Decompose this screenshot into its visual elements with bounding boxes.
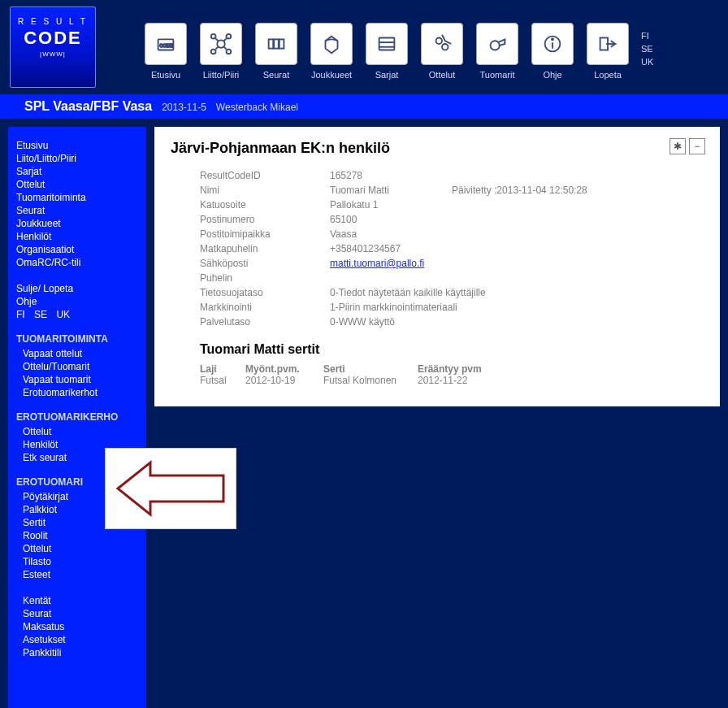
col-laji: Laji <box>200 363 240 375</box>
page-title: Järvi-Pohjanmaan EK:n henkilö <box>171 140 704 157</box>
svg-rect-11 <box>269 39 274 48</box>
sidebar-item[interactable]: Organisaatiot <box>16 244 138 255</box>
nav-liitto[interactable]: Liitto/Piiri <box>196 23 246 80</box>
header: R E S U L T CODE |WWW| CODE Etusivu Liit… <box>0 0 728 88</box>
logo-line1: R E S U L T <box>11 17 95 26</box>
label: ResultCodeID <box>200 170 330 181</box>
nav-ottelut[interactable]: Ottelut <box>417 23 467 80</box>
nav-ohje[interactable]: Ohje <box>527 23 578 80</box>
clubs-icon <box>255 23 297 65</box>
value: 1-Piirin markkinointimateriaali <box>330 302 704 313</box>
svg-line-7 <box>215 38 219 41</box>
exit-icon <box>587 23 629 65</box>
matches-icon <box>421 23 463 65</box>
svg-line-8 <box>223 38 227 41</box>
lang-se[interactable]: SE <box>641 42 653 55</box>
lang-uk[interactable]: UK <box>641 55 653 68</box>
sidebar-item[interactable]: Tilasto <box>16 556 138 567</box>
svg-line-10 <box>223 46 227 50</box>
svg-text:CODE: CODE <box>160 43 173 48</box>
lang-uk[interactable]: UK <box>56 309 70 320</box>
sidebar-item[interactable]: Vapaat tuomarit <box>16 374 138 385</box>
sidebar-item[interactable]: Etusivu <box>16 140 138 151</box>
label: Palvelutaso <box>200 316 330 328</box>
whistle-icon <box>476 23 518 65</box>
label: Tietosuojataso <box>200 287 330 298</box>
nav-etusivu[interactable]: CODE Etusivu <box>141 23 191 80</box>
sidebar-item[interactable]: Sulje/ Lopeta <box>16 283 138 294</box>
sidebar-item[interactable]: Sarjat <box>16 166 138 177</box>
value: +358401234567 <box>330 243 452 254</box>
email-link[interactable]: matti.tuomari@pallo.fi <box>330 258 424 269</box>
cert-row: Futsal 2012-10-19 Futsal Kolmonen 2012-1… <box>200 375 704 386</box>
sidebar-item[interactable]: Erotuomarikerhot <box>16 387 138 398</box>
language-switch-top: FI SE UK <box>641 29 653 68</box>
value <box>330 272 452 284</box>
nav-lopeta[interactable]: Lopeta <box>583 23 633 80</box>
logo-line3: |WWW| <box>11 50 95 58</box>
sidebar-item[interactable]: Ottelu/Tuomarit <box>16 361 138 372</box>
sidebar-item[interactable]: Seurat <box>16 205 138 216</box>
sidebar-item[interactable]: Kentät <box>16 595 138 606</box>
nav-tuomarit[interactable]: Tuomarit <box>472 23 522 80</box>
sidebar-heading: EROTUOMARIKERHO <box>16 411 138 423</box>
logo-line2: CODE <box>11 28 95 49</box>
svg-marker-25 <box>118 463 223 515</box>
sidebar-item[interactable]: Henkilöt <box>16 231 138 242</box>
sidebar-item[interactable]: OmaRC/RC-tili <box>16 257 138 268</box>
series-icon <box>366 23 408 65</box>
value: Pallokatu 1 <box>330 199 452 211</box>
detail-grid: ResultCodeID 165278 Nimi Tuomari Matti P… <box>200 170 704 328</box>
sidebar-item[interactable]: Maksatus <box>16 621 138 632</box>
svg-rect-12 <box>274 39 279 48</box>
panel-tools: ✱ − <box>670 138 705 154</box>
sidebar-item[interactable]: Seurat <box>16 608 138 619</box>
sidebar-item[interactable]: Ottelut <box>16 179 138 190</box>
lang-fi[interactable]: FI <box>641 29 653 42</box>
sidebar-item[interactable]: Ohje <box>16 296 138 307</box>
sidebar-item[interactable]: Pankkitili <box>16 647 138 658</box>
sidebar-item[interactable]: Ottelut <box>16 543 138 554</box>
cell: 2012-10-19 <box>245 375 318 386</box>
nav-sarjat[interactable]: Sarjat <box>362 23 412 80</box>
sidebar: Etusivu Liito/Liitto/Piiri Sarjat Ottelu… <box>8 127 146 708</box>
sidebar-item[interactable]: Tuomaritoiminta <box>16 192 138 203</box>
sidebar-item[interactable]: Joukkueet <box>16 218 138 229</box>
sidebar-item[interactable]: Vapaat ottelut <box>16 348 138 359</box>
value: 165278 <box>330 170 452 181</box>
content-panel: ✱ − Järvi-Pohjanmaan EK:n henkilö Result… <box>154 127 720 406</box>
svg-point-5 <box>211 50 216 54</box>
nav-seurat[interactable]: Seurat <box>251 23 301 80</box>
collapse-icon[interactable]: − <box>689 138 705 154</box>
value: Vaasa <box>330 228 452 240</box>
lang-se[interactable]: SE <box>34 309 47 320</box>
settings-icon[interactable]: ✱ <box>670 138 686 154</box>
label: Katuosoite <box>200 199 330 211</box>
annotation-arrow <box>106 449 236 528</box>
cert-header: Laji Myönt.pvm. Serti Erääntyy pvm <box>200 363 704 375</box>
col-serti: Serti <box>323 363 413 375</box>
logo: R E S U L T CODE |WWW| <box>10 7 96 88</box>
label: Postitoimipaikka <box>200 228 330 240</box>
svg-point-18 <box>442 44 448 50</box>
lang-fi[interactable]: FI <box>16 309 25 320</box>
sidebar-item[interactable]: Esteet <box>16 569 138 580</box>
sidebar-item[interactable]: Asetukset <box>16 634 138 645</box>
svg-line-9 <box>215 46 219 50</box>
label: Sähköposti <box>200 258 330 269</box>
svg-rect-13 <box>280 39 284 48</box>
sidebar-item[interactable]: Ottelut <box>16 426 138 437</box>
title-bar: SPL Vaasa/FBF Vasa 2013-11-5 Westerback … <box>0 94 728 119</box>
org-title: SPL Vaasa/FBF Vasa <box>24 99 152 114</box>
org-icon <box>200 23 242 65</box>
value: Tuomari Matti <box>330 185 452 196</box>
sidebar-item[interactable]: Liito/Liitto/Piiri <box>16 153 138 164</box>
cell: 2012-11-22 <box>418 375 531 386</box>
svg-point-3 <box>211 34 216 39</box>
sidebar-item[interactable]: Roolit <box>16 530 138 541</box>
svg-rect-14 <box>379 38 395 50</box>
col-eraantyy: Erääntyy pvm <box>418 363 531 375</box>
nav-joukkueet[interactable]: Joukkueet <box>306 23 357 80</box>
value: 65100 <box>330 214 452 225</box>
teams-icon <box>310 23 353 65</box>
